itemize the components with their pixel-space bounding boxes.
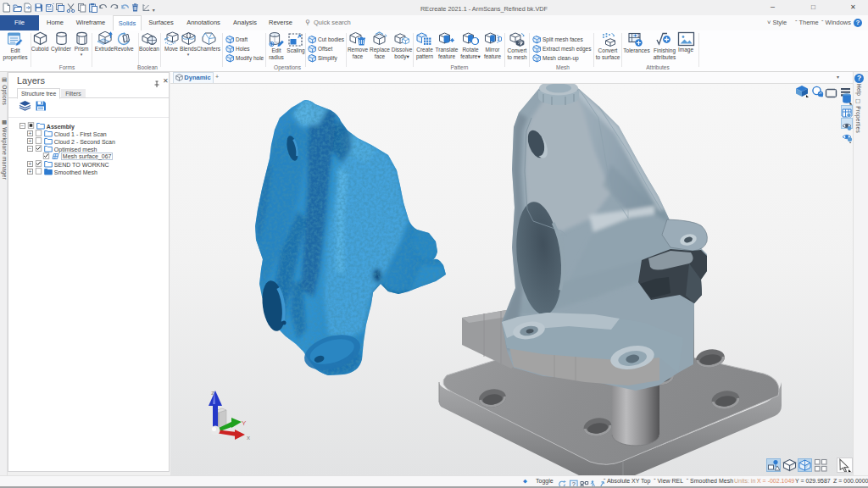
svg-text:x: x <box>247 434 250 441</box>
svg-text:Y: Y <box>242 419 247 427</box>
svg-text:1: 1 <box>637 33 640 38</box>
svg-text:z: z <box>211 389 214 396</box>
